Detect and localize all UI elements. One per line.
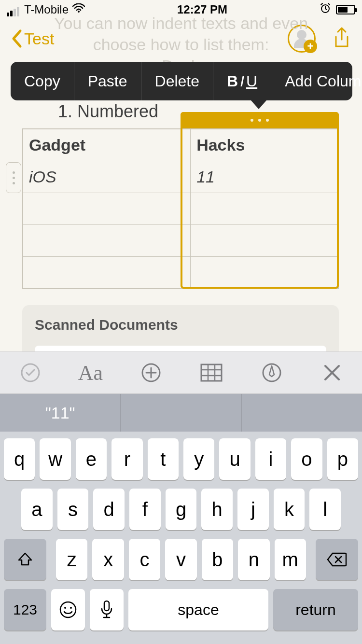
svg-rect-4 — [201, 364, 222, 381]
emoji-key[interactable] — [51, 589, 85, 630]
back-label: Test — [24, 29, 54, 48]
battery-icon — [336, 5, 355, 14]
nav-bar: Test + — [0, 19, 362, 58]
clock-label: 12:27 PM — [177, 3, 227, 16]
table-cell[interactable] — [23, 257, 191, 289]
wifi-icon — [72, 3, 85, 16]
ctx-format[interactable]: BIU — [213, 62, 271, 100]
key-u[interactable]: u — [219, 438, 250, 480]
signal-icon — [7, 3, 20, 16]
key-p[interactable]: p — [327, 438, 358, 480]
key-e[interactable]: e — [76, 438, 107, 480]
note-table[interactable]: Gadget Hacks iOS 11 — [22, 128, 339, 289]
table-cell[interactable] — [191, 225, 338, 257]
share-button[interactable] — [332, 26, 351, 51]
checklist-icon[interactable] — [16, 358, 45, 387]
svg-point-8 — [70, 607, 72, 609]
key-m[interactable]: m — [275, 539, 306, 580]
key-t[interactable]: t — [148, 438, 179, 480]
back-button[interactable]: Test — [11, 29, 54, 48]
svg-rect-9 — [104, 601, 109, 611]
key-w[interactable]: w — [40, 438, 70, 480]
context-menu: Copy Paste Delete BIU Add Column — [11, 62, 352, 100]
scanned-docs-attachment[interactable]: Scanned Documents — [22, 305, 339, 351]
key-h[interactable]: h — [201, 489, 233, 530]
backspace-key[interactable] — [316, 539, 358, 580]
table-column-handle[interactable] — [181, 112, 339, 128]
context-menu-arrow-icon — [251, 100, 266, 109]
key-q[interactable]: q — [4, 438, 35, 480]
table-cell[interactable] — [191, 193, 338, 225]
plus-badge-icon: + — [304, 40, 317, 53]
key-c[interactable]: c — [129, 539, 160, 580]
table-cell[interactable] — [23, 225, 191, 257]
prediction-candidate[interactable] — [242, 394, 362, 432]
space-key[interactable]: space — [128, 589, 268, 630]
key-o[interactable]: o — [291, 438, 322, 480]
ctx-delete[interactable]: Delete — [141, 62, 214, 100]
prediction-candidate[interactable]: "11" — [0, 394, 121, 432]
numbers-key[interactable]: 123 — [4, 589, 46, 630]
key-j[interactable]: j — [237, 489, 269, 530]
ctx-add-column[interactable]: Add Column — [271, 62, 362, 100]
key-i[interactable]: i — [255, 438, 286, 480]
add-people-button[interactable]: + — [288, 25, 316, 53]
draw-icon[interactable] — [257, 358, 286, 387]
key-v[interactable]: v — [165, 539, 196, 580]
key-s[interactable]: s — [57, 489, 89, 530]
predictive-bar: "11" — [0, 394, 362, 432]
key-d[interactable]: d — [93, 489, 125, 530]
status-bar: T-Mobile 12:27 PM — [0, 0, 362, 19]
key-f[interactable]: f — [129, 489, 161, 530]
keyboard: qwertyuiop asdfghjkl zxcvbnm 123 space r… — [0, 432, 362, 644]
key-y[interactable]: y — [183, 438, 214, 480]
scanned-docs-title: Scanned Documents — [35, 317, 326, 333]
key-x[interactable]: x — [92, 539, 124, 580]
carrier-label: T-Mobile — [24, 3, 69, 16]
dictation-key[interactable] — [90, 589, 124, 630]
prediction-candidate[interactable] — [121, 394, 241, 432]
table-cell[interactable]: 11 — [191, 161, 338, 193]
svg-point-6 — [60, 602, 76, 617]
table-header-cell[interactable]: Gadget — [23, 129, 191, 161]
alarm-icon — [320, 2, 331, 17]
table-cell[interactable] — [191, 257, 338, 289]
notes-format-toolbar: Aa — [0, 351, 362, 394]
close-icon[interactable] — [318, 358, 347, 387]
svg-point-7 — [64, 607, 66, 609]
add-attachment-icon[interactable] — [137, 358, 166, 387]
key-a[interactable]: a — [21, 489, 53, 530]
svg-point-0 — [78, 11, 80, 13]
table-cell[interactable]: iOS — [23, 161, 191, 193]
table-icon[interactable] — [197, 358, 226, 387]
ctx-paste[interactable]: Paste — [74, 62, 141, 100]
table-header-cell[interactable]: Hacks — [191, 129, 338, 161]
table-cell[interactable] — [23, 193, 191, 225]
key-k[interactable]: k — [274, 489, 305, 530]
key-b[interactable]: b — [202, 539, 233, 580]
text-style-button[interactable]: Aa — [76, 358, 105, 387]
key-n[interactable]: n — [238, 539, 269, 580]
ctx-copy[interactable]: Copy — [11, 62, 74, 100]
numbered-list-item[interactable]: 1. Numbered — [58, 101, 158, 122]
table-row-handle[interactable] — [6, 162, 21, 193]
return-key[interactable]: return — [273, 589, 358, 630]
key-l[interactable]: l — [309, 489, 341, 530]
key-r[interactable]: r — [111, 438, 142, 480]
shift-key[interactable] — [4, 539, 46, 580]
key-g[interactable]: g — [166, 489, 197, 530]
key-z[interactable]: z — [56, 539, 87, 580]
